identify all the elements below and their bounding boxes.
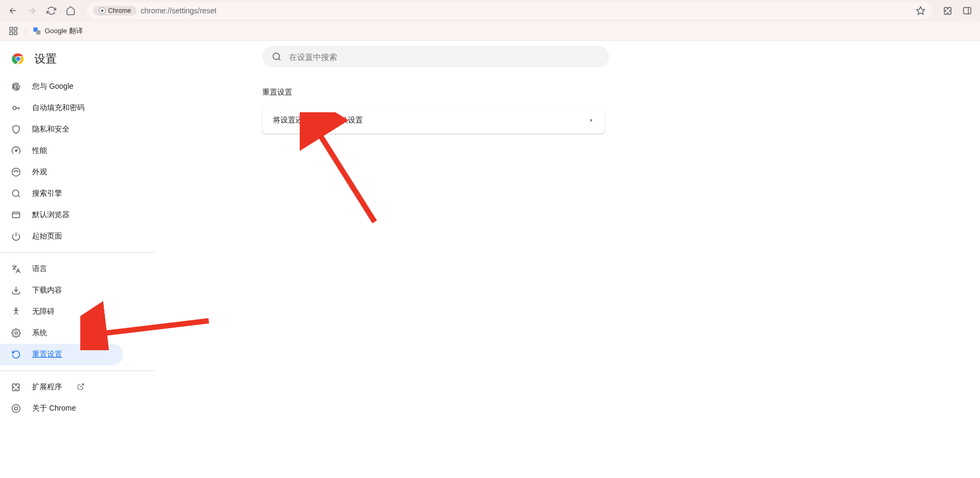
- back-button[interactable]: [5, 3, 20, 18]
- svg-point-25: [16, 308, 17, 310]
- svg-point-14: [13, 106, 16, 110]
- svg-point-28: [14, 407, 18, 410]
- sidebar-item-label: 起始页面: [32, 232, 62, 241]
- svg-rect-7: [10, 32, 12, 34]
- bookmarks-bar: | Google 翻译: [0, 21, 980, 41]
- palette-icon: [11, 167, 21, 178]
- reload-icon: [47, 6, 56, 16]
- svg-point-19: [17, 171, 18, 172]
- translate-icon: [33, 27, 41, 35]
- svg-point-20: [12, 190, 19, 196]
- search-container: [262, 46, 609, 67]
- sidebar-divider: [0, 371, 155, 371]
- reset-icon: [11, 349, 21, 360]
- section-title: 重置设置: [262, 88, 980, 97]
- apps-grid-icon[interactable]: [9, 26, 18, 36]
- sidebar-item-label: 隐私和安全: [32, 125, 70, 134]
- sidebar-item-search-engine[interactable]: 搜索引擎: [0, 183, 155, 204]
- sidebar-item-you-google[interactable]: 您与 Google: [0, 76, 155, 97]
- arrow-right-icon: [27, 6, 37, 16]
- star-icon[interactable]: [916, 6, 925, 16]
- sidebar-title: 设置: [34, 51, 57, 66]
- svg-point-29: [273, 53, 279, 59]
- sidebar-item-privacy[interactable]: 隐私和安全: [0, 119, 155, 140]
- settings-search-input[interactable]: [289, 52, 599, 61]
- sidebar-item-system[interactable]: 系统: [0, 322, 155, 344]
- sidebar-item-label: 无障碍: [32, 307, 55, 317]
- settings-main: 重置设置 将设置还原为原始默认设置: [155, 41, 980, 478]
- panel-icon: [962, 6, 972, 16]
- sidebar-item-extensions[interactable]: 扩展程序: [0, 376, 155, 398]
- settings-search-box[interactable]: [262, 46, 609, 67]
- sidebar-item-reset[interactable]: 重置设置: [0, 344, 123, 365]
- svg-line-30: [278, 58, 280, 60]
- svg-point-27: [12, 405, 20, 413]
- gauge-icon: [11, 145, 21, 156]
- sidebar-item-label: 性能: [32, 146, 47, 156]
- sidebar-item-autofill[interactable]: 自动填充和密码: [0, 97, 155, 119]
- sidebar-item-label: 搜索引擎: [32, 189, 62, 198]
- sidebar-item-about[interactable]: 关于 Chrome: [0, 398, 155, 419]
- sidebar-item-default-browser[interactable]: 默认浏览器: [0, 204, 155, 226]
- svg-point-18: [16, 170, 17, 171]
- svg-point-1: [101, 10, 104, 12]
- url-text: chrome://settings/reset: [141, 6, 217, 15]
- sidebar-item-languages[interactable]: 语言: [0, 258, 155, 280]
- sidebar-item-label: 系统: [32, 328, 47, 338]
- sidebar-list: 您与 Google 自动填充和密码 隐私和安全 性能 外观 搜索引擎: [0, 74, 155, 421]
- url-chip: Chrome: [93, 6, 136, 16]
- home-icon: [66, 6, 75, 16]
- sidebar-item-downloads[interactable]: 下载内容: [0, 280, 155, 301]
- search-icon: [11, 188, 21, 199]
- url-chip-label: Chrome: [108, 7, 131, 14]
- puzzle-icon: [943, 6, 953, 16]
- sidebar-item-accessibility[interactable]: 无障碍: [0, 301, 155, 322]
- google-g-icon: [11, 81, 21, 92]
- external-link-icon: [77, 383, 85, 392]
- sidebar-item-appearance[interactable]: 外观: [0, 161, 155, 183]
- puzzle-icon: [11, 382, 21, 392]
- chrome-logo-icon: [12, 52, 25, 65]
- sidebar-item-label: 语言: [32, 264, 47, 274]
- svg-point-17: [14, 171, 15, 172]
- extensions-button[interactable]: [940, 3, 955, 18]
- forward-button[interactable]: [25, 3, 40, 18]
- svg-rect-3: [963, 7, 971, 14]
- reset-settings-card[interactable]: 将设置还原为原始默认设置: [262, 107, 605, 134]
- sidebar-divider: [0, 252, 155, 253]
- chrome-icon: [98, 7, 106, 14]
- svg-rect-10: [36, 30, 41, 34]
- key-icon: [11, 103, 21, 113]
- power-icon: [11, 231, 21, 242]
- side-panel-button[interactable]: [960, 3, 975, 18]
- sidebar-item-label: 外观: [32, 167, 47, 177]
- sidebar-item-label: 自动填充和密码: [32, 103, 85, 113]
- card-label: 将设置还原为原始默认设置: [273, 115, 363, 125]
- browser-icon: [11, 210, 21, 220]
- home-button[interactable]: [63, 3, 78, 18]
- browser-toolbar: Chrome chrome://settings/reset: [0, 0, 980, 21]
- svg-point-26: [15, 332, 18, 335]
- chrome-icon: [11, 403, 21, 414]
- sidebar-item-label: 扩展程序: [32, 382, 62, 392]
- bookmark-google-translate[interactable]: Google 翻译: [33, 26, 83, 36]
- svg-rect-22: [12, 212, 20, 218]
- sidebar-item-label: 重置设置: [32, 350, 62, 359]
- svg-point-16: [12, 168, 20, 176]
- svg-rect-6: [14, 27, 17, 30]
- gear-icon: [11, 328, 21, 338]
- svg-line-21: [18, 195, 19, 197]
- translate-icon: [11, 264, 21, 274]
- bookmark-label: Google 翻译: [44, 26, 83, 36]
- sidebar-item-startup[interactable]: 起始页面: [0, 226, 155, 247]
- svg-marker-2: [917, 7, 925, 14]
- sidebar-item-performance[interactable]: 性能: [0, 140, 155, 161]
- reload-button[interactable]: [44, 3, 59, 18]
- shield-icon: [11, 124, 21, 135]
- content-area: 设置 您与 Google 自动填充和密码 隐私和安全 性能 外观: [0, 41, 980, 478]
- url-bar[interactable]: Chrome chrome://settings/reset: [87, 2, 932, 19]
- arrow-left-icon: [8, 6, 18, 16]
- bookmark-separator: |: [25, 27, 26, 35]
- svg-rect-8: [14, 32, 17, 34]
- search-icon: [272, 52, 282, 61]
